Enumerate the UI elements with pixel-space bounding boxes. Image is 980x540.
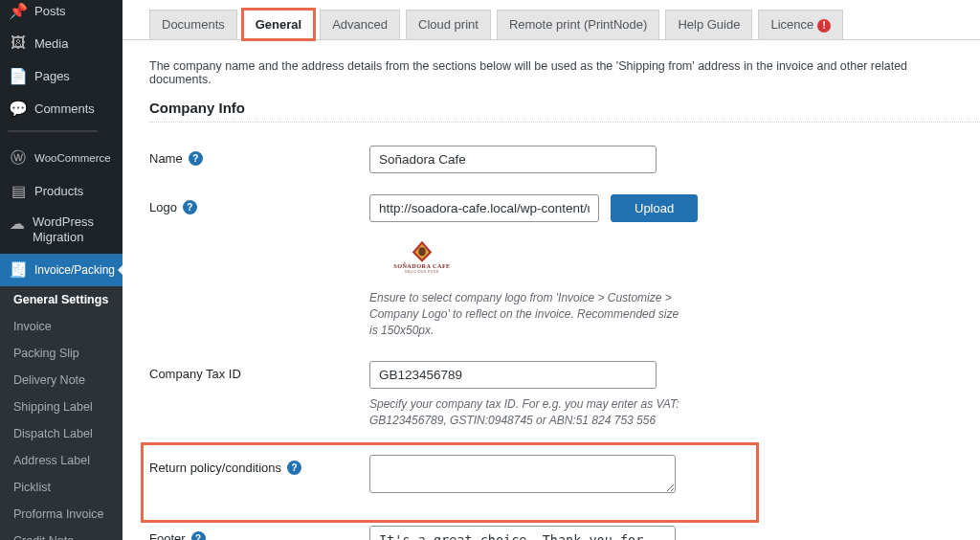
sidebar-sub-delivery-note[interactable]: Delivery Note — [0, 367, 122, 394]
sidebar-item-products[interactable]: ▤Products — [0, 174, 122, 207]
help-icon[interactable]: ? — [287, 461, 301, 475]
sidebar-item-wp-migration[interactable]: ☁WordPress Migration — [0, 207, 122, 254]
tab-licence[interactable]: Licence! — [758, 10, 843, 39]
label-logo: Logo — [149, 200, 177, 214]
pin-icon: 📌 — [10, 2, 27, 19]
tax-id-input[interactable] — [369, 361, 657, 389]
tab-cloud-print[interactable]: Cloud print — [406, 10, 491, 39]
logo-url-input[interactable] — [369, 194, 599, 222]
return-policy-input[interactable] — [369, 455, 676, 493]
upload-button[interactable]: Upload — [611, 194, 698, 222]
sidebar-item-comments[interactable]: 💬Comments — [0, 92, 122, 124]
intro-text: The company name and the address details… — [149, 59, 953, 86]
sidebar-item-posts[interactable]: 📌Posts — [0, 0, 122, 27]
sidebar-collapsed-block — [8, 130, 98, 132]
row-footer: Footer? Set up a footer which will be us… — [149, 520, 980, 540]
label-tax-id: Company Tax ID — [149, 367, 241, 381]
help-icon[interactable]: ? — [183, 200, 197, 214]
tax-hint: Specify your company tax ID. For e.g. yo… — [369, 396, 685, 430]
name-input[interactable] — [369, 146, 657, 173]
sidebar-item-woocommerce[interactable]: ⓦWooCommerce — [0, 142, 122, 174]
logo-preview: SOÑADORA CAFE DELICIOUS FOOD — [369, 230, 475, 282]
warning-icon: ! — [817, 19, 831, 33]
invoice-icon: 🧾 — [10, 261, 27, 279]
sidebar-sub-packing-slip[interactable]: Packing Slip — [0, 340, 122, 367]
pages-icon: 📄 — [10, 67, 27, 84]
svg-point-0 — [418, 247, 425, 256]
sidebar-item-media[interactable]: 🖼Media — [0, 27, 122, 59]
sidebar-sub-general-settings[interactable]: General Settings — [0, 286, 122, 313]
sidebar-sub-dispatch-label[interactable]: Dispatch Label — [0, 420, 122, 447]
row-return-policy: Return policy/conditions? — [144, 445, 756, 520]
sidebar-sub-address-label[interactable]: Address Label — [0, 447, 122, 474]
tab-documents[interactable]: Documents — [149, 10, 237, 39]
row-name: Name? — [149, 140, 980, 189]
svg-text:DELICIOUS FOOD: DELICIOUS FOOD — [405, 269, 438, 273]
section-title: Company Info — [149, 100, 953, 116]
settings-tabbar: Documents General Advanced Cloud print R… — [122, 0, 980, 40]
label-name: Name — [149, 151, 183, 166]
row-tax-id: Company Tax ID Specify your company tax … — [149, 355, 980, 445]
sidebar-item-pages[interactable]: 📄Pages — [0, 59, 122, 92]
sidebar-item-invoice-packing[interactable]: 🧾Invoice/Packing — [0, 254, 122, 286]
sidebar-sub-picklist[interactable]: Picklist — [0, 474, 122, 501]
sidebar-sub-shipping-label[interactable]: Shipping Label — [0, 394, 122, 420]
main-content: Documents General Advanced Cloud print R… — [122, 0, 980, 540]
sidebar-sub-credit-note[interactable]: Credit Note — [0, 528, 122, 541]
footer-input[interactable] — [369, 526, 676, 540]
media-icon: 🖼 — [10, 34, 27, 52]
admin-sidebar: 📌Posts 🖼Media 📄Pages 💬Comments ⓦWooComme… — [0, 0, 122, 540]
tab-remote-print[interactable]: Remote print (PrintNode) — [497, 10, 660, 39]
row-logo: Logo? Upload SOÑADORA CAF — [149, 189, 980, 355]
tab-advanced[interactable]: Advanced — [320, 10, 400, 39]
help-icon[interactable]: ? — [189, 151, 203, 166]
help-icon[interactable]: ? — [191, 531, 206, 540]
label-footer: Footer — [149, 531, 186, 540]
svg-text:SOÑADORA CAFE: SOÑADORA CAFE — [393, 261, 450, 268]
comments-icon: 💬 — [10, 100, 27, 117]
section-divider — [149, 122, 980, 123]
tab-help-guide[interactable]: Help Guide — [665, 10, 752, 39]
logo-hint: Ensure to select company logo from 'Invo… — [369, 290, 685, 340]
migration-icon: ☁ — [10, 214, 25, 232]
label-return-policy: Return policy/conditions — [149, 461, 281, 475]
sidebar-sub-proforma[interactable]: Proforma Invoice — [0, 501, 122, 528]
products-icon: ▤ — [10, 182, 27, 199]
woocommerce-icon: ⓦ — [10, 149, 27, 167]
tab-general[interactable]: General — [243, 10, 314, 39]
sidebar-sub-invoice[interactable]: Invoice — [0, 313, 122, 340]
